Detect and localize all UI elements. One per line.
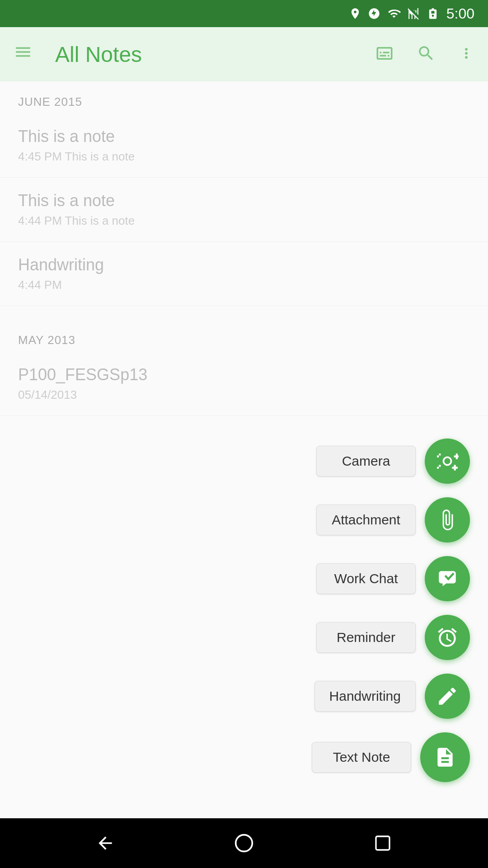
signal-icon	[408, 7, 419, 20]
workchat-button[interactable]	[425, 556, 470, 601]
search-icon[interactable]	[417, 44, 436, 65]
menu-icon[interactable]	[14, 42, 33, 66]
textnote-button[interactable]	[420, 732, 470, 782]
fab-camera-row: Camera	[316, 439, 470, 484]
fab-workchat-row: Work Chat	[316, 556, 470, 601]
list-item[interactable]: This is a note 4:44 PM This is a note	[0, 178, 488, 242]
note-subtitle: 4:45 PM This is a note	[18, 150, 470, 164]
fab-textnote-row: Text Note	[312, 732, 470, 782]
workchat-label[interactable]: Work Chat	[316, 563, 416, 594]
note-subtitle: 05/14/2013	[18, 388, 470, 402]
home-button[interactable]	[226, 825, 262, 861]
battery-icon	[426, 7, 440, 20]
section-june-2015: JUNE 2015 This is a note 4:45 PM This is…	[0, 81, 488, 306]
app-bar: All Notes	[0, 27, 488, 81]
back-button[interactable]	[87, 825, 123, 861]
notes-content: JUNE 2015 This is a note 4:45 PM This is…	[0, 81, 488, 818]
section-header-may: MAY 2013	[0, 320, 488, 352]
svg-point-0	[236, 835, 253, 852]
fab-handwriting-row: Handwriting	[314, 674, 470, 719]
list-item[interactable]: This is a note 4:45 PM This is a note	[0, 113, 488, 178]
camera-button[interactable]	[425, 439, 470, 484]
status-time: 5:00	[446, 5, 474, 22]
section-header-june: JUNE 2015	[0, 81, 488, 113]
wifi-icon	[387, 7, 401, 20]
fab-menu: Camera Attachment Work Chat	[312, 439, 470, 782]
fab-attachment-row: Attachment	[316, 497, 470, 542]
camera-label[interactable]: Camera	[316, 446, 416, 476]
fab-reminder-row: Reminder	[316, 615, 470, 660]
handwriting-button[interactable]	[425, 674, 470, 719]
block-icon	[368, 7, 380, 20]
note-title: This is a note	[18, 191, 470, 210]
page-title: All Notes	[55, 42, 361, 67]
list-item[interactable]: Handwriting 4:44 PM	[0, 242, 488, 306]
list-item[interactable]: P100_FESGSp13 05/14/2013	[0, 352, 488, 416]
recents-button[interactable]	[365, 825, 401, 861]
note-title: P100_FESGSp13	[18, 365, 470, 384]
svg-rect-1	[376, 836, 389, 850]
more-icon[interactable]	[458, 45, 474, 63]
textnote-label[interactable]: Text Note	[312, 742, 411, 773]
handwriting-label[interactable]: Handwriting	[314, 681, 416, 712]
note-title: Handwriting	[18, 255, 470, 274]
status-icons: 5:00	[349, 5, 474, 22]
sync-icon[interactable]	[375, 44, 394, 65]
reminder-button[interactable]	[425, 615, 470, 660]
location-icon	[349, 7, 361, 20]
section-may-2013: MAY 2013 P100_FESGSp13 05/14/2013	[0, 320, 488, 416]
nav-bar	[0, 818, 488, 868]
note-subtitle: 4:44 PM This is a note	[18, 214, 470, 228]
attachment-button[interactable]	[425, 497, 470, 542]
status-bar: 5:00	[0, 0, 488, 27]
attachment-label[interactable]: Attachment	[316, 505, 416, 535]
note-subtitle: 4:44 PM	[18, 278, 470, 292]
reminder-label[interactable]: Reminder	[316, 622, 416, 653]
note-title: This is a note	[18, 127, 470, 146]
